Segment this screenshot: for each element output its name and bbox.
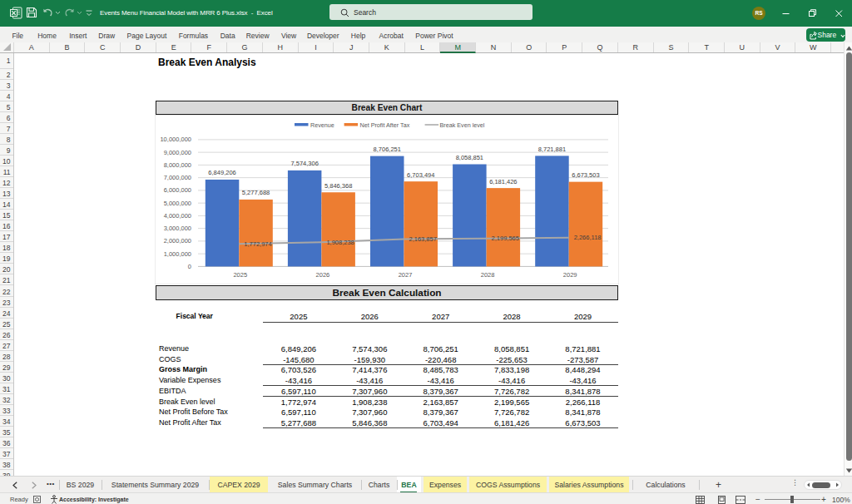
svg-text:1,908,238: 1,908,238: [326, 239, 354, 246]
svg-text:7,574,306: 7,574,306: [290, 160, 318, 167]
svg-text:9,000,000: 9,000,000: [164, 149, 191, 156]
svg-text:8,000,000: 8,000,000: [164, 161, 191, 169]
svg-text:6,849,206: 6,849,206: [208, 169, 235, 176]
svg-text:6,673,503: 6,673,503: [572, 171, 599, 179]
svg-text:2028: 2028: [481, 271, 495, 279]
svg-text:2026: 2026: [316, 271, 330, 279]
svg-text:Revenue: Revenue: [310, 121, 334, 129]
svg-text:1,772,974: 1,772,974: [244, 240, 271, 248]
svg-text:7,000,000: 7,000,000: [164, 174, 191, 181]
svg-text:2,163,857: 2,163,857: [409, 235, 437, 243]
svg-text:2,266,118: 2,266,118: [574, 234, 602, 241]
svg-text:5,277,688: 5,277,688: [242, 189, 270, 196]
svg-text:6,181,426: 6,181,426: [489, 178, 517, 185]
svg-text:2,000,000: 2,000,000: [164, 237, 191, 245]
svg-text:2027: 2027: [399, 271, 413, 279]
svg-text:4,000,000: 4,000,000: [164, 212, 191, 220]
svg-text:Break Even level: Break Even level: [440, 121, 485, 129]
svg-text:8,058,851: 8,058,851: [456, 154, 483, 161]
svg-text:8,721,881: 8,721,881: [538, 146, 566, 153]
svg-text:0: 0: [188, 263, 191, 270]
svg-text:5,000,000: 5,000,000: [164, 200, 191, 207]
svg-text:Net Profit After Tax: Net Profit After Tax: [360, 121, 410, 129]
svg-text:2,199,565: 2,199,565: [492, 235, 519, 242]
svg-text:6,000,000: 6,000,000: [164, 186, 191, 194]
svg-text:10,000,000: 10,000,000: [160, 136, 191, 143]
svg-text:2025: 2025: [233, 271, 247, 279]
svg-text:3,000,000: 3,000,000: [164, 225, 191, 232]
svg-text:6,703,494: 6,703,494: [407, 171, 434, 179]
svg-text:2029: 2029: [563, 271, 577, 279]
svg-text:8,706,251: 8,706,251: [374, 146, 401, 153]
svg-text:1,000,000: 1,000,000: [164, 250, 191, 258]
svg-text:5,846,368: 5,846,368: [324, 182, 352, 190]
